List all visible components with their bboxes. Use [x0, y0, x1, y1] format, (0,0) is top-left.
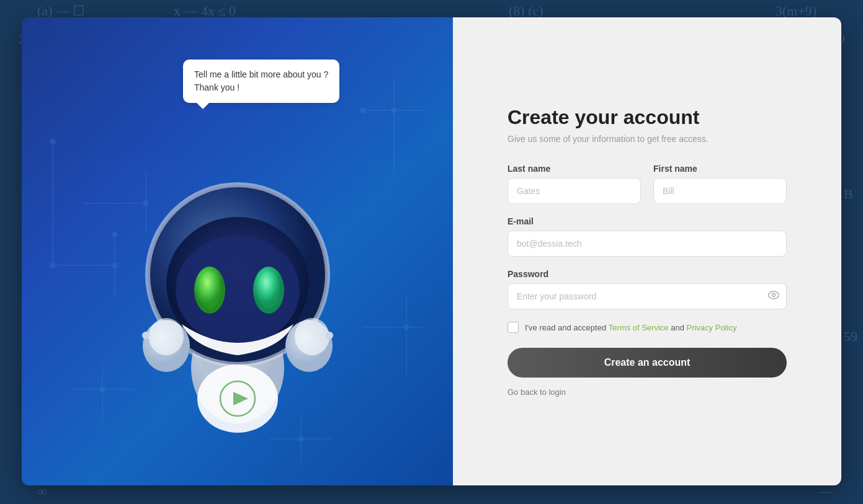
form-subtitle: Give us some of your information to get … — [508, 134, 787, 144]
svg-point-32 — [257, 272, 280, 309]
svg-point-16 — [112, 232, 117, 237]
svg-point-14 — [50, 263, 55, 268]
go-back-login-link[interactable]: Go back to login — [508, 387, 787, 397]
password-group: Password — [508, 269, 787, 309]
last-name-input[interactable] — [508, 178, 641, 204]
right-panel: Create your account Give us some of your… — [453, 17, 841, 485]
svg-point-15 — [112, 263, 117, 268]
create-account-button[interactable]: Create an account — [508, 348, 787, 378]
email-label: E-mail — [508, 216, 787, 226]
robot-svg — [120, 113, 355, 436]
svg-point-21 — [100, 387, 105, 392]
email-group: E-mail — [508, 216, 787, 257]
name-row: Last name First name — [508, 164, 787, 204]
first-name-label: First name — [653, 164, 787, 174]
svg-point-30 — [199, 272, 221, 309]
password-input[interactable] — [508, 283, 787, 309]
speech-bubble-line1: Tell me a little bit more about you ? — [194, 69, 328, 79]
form-container: Create your account Give us some of your… — [508, 106, 787, 397]
password-wrapper — [508, 283, 787, 309]
speech-bubble-line2: Thank you ! — [194, 82, 239, 92]
privacy-policy-link[interactable]: Privacy Policy — [686, 323, 736, 332]
left-panel: Tell me a little bit more about you ? Th… — [22, 17, 453, 485]
terms-row: I've read and accepted Terms of Service … — [508, 322, 787, 333]
svg-point-37 — [295, 318, 329, 355]
svg-point-18 — [391, 108, 396, 113]
toggle-password-icon[interactable] — [768, 291, 779, 302]
main-container: Tell me a little bit more about you ? Th… — [22, 17, 841, 485]
first-name-input[interactable] — [653, 178, 787, 204]
password-label: Password — [508, 269, 787, 279]
terms-of-service-link[interactable]: Terms of Service — [609, 323, 669, 332]
svg-point-35 — [149, 318, 184, 355]
robot-container — [120, 113, 355, 436]
email-input[interactable] — [508, 231, 787, 257]
svg-point-19 — [360, 108, 365, 113]
terms-checkbox[interactable] — [508, 322, 519, 333]
svg-point-41 — [142, 332, 150, 339]
svg-point-13 — [50, 139, 55, 144]
speech-bubble: Tell me a little bit more about you ? Th… — [183, 60, 339, 103]
terms-before-text: I've read and accepted — [525, 323, 609, 332]
last-name-label: Last name — [508, 164, 641, 174]
last-name-group: Last name — [508, 164, 641, 204]
svg-point-43 — [772, 294, 776, 297]
first-name-group: First name — [653, 164, 787, 204]
form-title: Create your account — [508, 106, 787, 129]
svg-point-20 — [404, 325, 409, 330]
svg-point-22 — [298, 436, 303, 441]
svg-point-42 — [326, 332, 333, 339]
terms-and-text: and — [669, 323, 687, 332]
terms-text: I've read and accepted Terms of Service … — [525, 323, 736, 332]
